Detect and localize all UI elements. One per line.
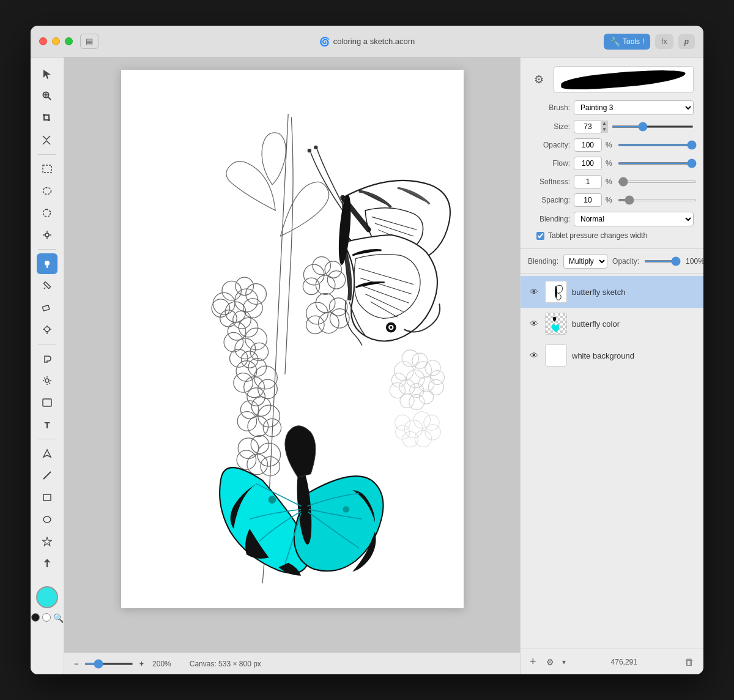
brush-preview <box>554 66 694 93</box>
size-input[interactable] <box>574 120 602 133</box>
layer-item-white-background[interactable]: 👁 white background <box>521 340 703 371</box>
sidebar-toggle-button[interactable]: ▤ <box>80 34 98 49</box>
tool-star[interactable] <box>37 531 57 552</box>
traffic-lights <box>39 37 73 45</box>
tool-brush[interactable] <box>37 253 57 274</box>
tool-zoom[interactable] <box>37 86 57 106</box>
spacing-slider[interactable] <box>618 199 697 201</box>
plugin-button[interactable]: p <box>678 34 695 49</box>
zoom-minus[interactable]: − <box>74 660 78 668</box>
layer-coords: 476,291 <box>572 658 677 666</box>
blending-select[interactable]: Normal Multiply Screen Overlay <box>574 212 694 226</box>
layer-blend-select[interactable]: Multiply Normal Screen Overlay <box>563 254 607 269</box>
tool-eraser[interactable] <box>37 297 57 318</box>
foreground-color[interactable] <box>36 586 58 608</box>
title-bar-center: 🌀 coloring a sketch.acorn <box>319 37 415 47</box>
tool-arrow[interactable] <box>37 553 57 574</box>
brush-stroke-preview <box>562 67 686 92</box>
size-up[interactable]: ▲ <box>601 121 608 127</box>
close-button[interactable] <box>39 37 47 45</box>
tool-transform[interactable] <box>37 130 57 151</box>
svg-line-28 <box>50 383 51 384</box>
svg-point-87 <box>314 146 317 149</box>
color-picker-zoom[interactable]: 🔍 <box>53 613 64 623</box>
svg-rect-29 <box>43 399 51 406</box>
tool-rect-select[interactable] <box>37 158 57 179</box>
softness-label: Softness: <box>530 177 570 186</box>
zoom-plus[interactable]: + <box>139 660 144 668</box>
brush-settings-gear[interactable]: ⚙ <box>530 71 547 88</box>
text-icon: T <box>44 420 50 430</box>
layer-name-2: white background <box>572 351 696 360</box>
maximize-button[interactable] <box>65 37 73 45</box>
blending-label: Blending: <box>530 215 570 223</box>
size-slider[interactable] <box>612 125 694 128</box>
opacity-input[interactable] <box>574 138 602 152</box>
tool-text[interactable]: T <box>37 414 57 435</box>
white-color[interactable] <box>42 613 51 622</box>
minimize-button[interactable] <box>52 37 60 45</box>
layer-eye-1[interactable]: 👁 <box>528 318 540 330</box>
tablet-checkbox[interactable] <box>536 232 544 240</box>
layer-item-butterfly-sketch[interactable]: 👁 butterfly sketch <box>521 276 703 308</box>
tool-pen[interactable] <box>37 443 57 464</box>
color-options: 🔍 <box>31 613 64 623</box>
canvas-wrapper[interactable] <box>64 58 520 652</box>
layers-top-bar: Blending: Multiply Normal Screen Overlay… <box>521 249 703 274</box>
tool-fill[interactable] <box>37 348 57 369</box>
softness-row: Softness: % <box>530 175 694 188</box>
tools-button[interactable]: 🔧 Tools ! <box>604 34 650 50</box>
layers-panel: Blending: Multiply Normal Screen Overlay… <box>521 249 703 674</box>
layer-name-0: butterfly sketch <box>572 288 696 297</box>
svg-point-17 <box>45 327 50 332</box>
flow-unit: % <box>606 159 614 168</box>
zoom-value: 200% <box>152 660 171 668</box>
flow-label: Flow: <box>530 159 570 168</box>
flow-row: Flow: % <box>530 157 694 170</box>
tool-crop[interactable] <box>37 108 57 128</box>
black-color[interactable] <box>31 613 40 622</box>
layer-thumbnail-0 <box>545 281 567 303</box>
brush-select[interactable]: Painting 3 Painting 1 Painting 2 <box>574 100 694 115</box>
svg-point-94 <box>343 506 349 513</box>
right-panel: ⚙ Brush: Painting 3 Painting 1 Painting … <box>520 58 703 674</box>
tool-select[interactable] <box>37 64 57 84</box>
layer-item-butterfly-color[interactable]: 👁 butterfly color <box>521 308 703 340</box>
delete-layer-button[interactable]: 🗑 <box>683 655 696 669</box>
fx-button[interactable]: fx <box>655 34 673 49</box>
flow-slider[interactable] <box>618 162 697 165</box>
tool-sun-smudge[interactable] <box>37 370 57 391</box>
spacing-input[interactable] <box>574 193 602 207</box>
svg-marker-30 <box>43 450 51 457</box>
exclamation-icon: ! <box>642 37 644 46</box>
tool-lasso[interactable] <box>37 203 57 223</box>
layer-opacity-slider[interactable] <box>644 260 681 262</box>
softness-slider[interactable] <box>618 181 697 183</box>
tool-pencil[interactable] <box>37 275 57 296</box>
flow-input[interactable] <box>574 157 602 170</box>
layer-eye-2[interactable]: 👁 <box>528 349 540 362</box>
tool-clone[interactable] <box>37 319 57 340</box>
zoom-slider[interactable] <box>84 663 133 665</box>
layer-eye-0[interactable]: 👁 <box>528 286 540 298</box>
tool-shapes[interactable] <box>37 392 57 413</box>
tool-ellipse-select[interactable] <box>37 181 57 201</box>
opacity-slider[interactable] <box>618 144 697 146</box>
add-layer-button[interactable]: + <box>528 653 538 670</box>
size-down[interactable]: ▼ <box>601 127 608 133</box>
tool-line[interactable] <box>37 465 57 486</box>
tablet-label: Tablet pressure changes width <box>548 231 647 240</box>
layer-opacity-value: 100% <box>686 257 703 266</box>
svg-line-31 <box>43 472 51 479</box>
tool-ellipse[interactable] <box>37 509 57 530</box>
canvas-svg <box>121 70 464 608</box>
tool-rect[interactable] <box>37 487 57 508</box>
softness-input[interactable] <box>574 175 602 188</box>
spacing-label: Spacing: <box>530 196 570 204</box>
separator-4 <box>38 439 56 439</box>
layers-bottom-bar: + ⚙ ▾ 476,291 🗑 <box>521 649 703 674</box>
tool-magic-wand[interactable] <box>37 225 57 245</box>
separator-3 <box>38 344 56 344</box>
layer-settings-button[interactable]: ⚙ <box>544 655 556 669</box>
softness-unit: % <box>606 177 614 186</box>
